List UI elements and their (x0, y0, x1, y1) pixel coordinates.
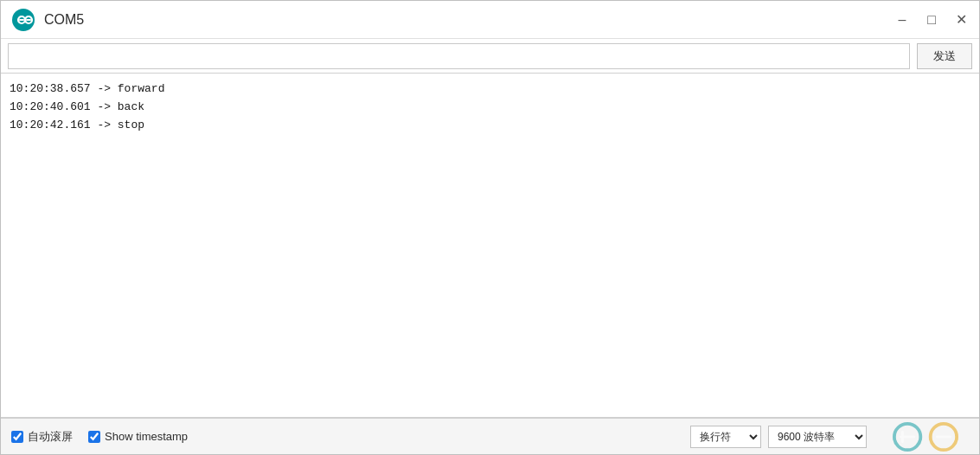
arduino-serial-monitor-window: COM5 – □ ✕ 发送 10:20:38.657 -> forward 10… (0, 0, 980, 455)
status-right: 无行结尾 换行符 回车符 NL & CR 300 波特率 1200 波特率 24… (690, 420, 969, 453)
window-title: COM5 (44, 12, 894, 28)
serial-line-1: 10:20:38.657 -> forward (10, 80, 970, 99)
autoscroll-checkbox-container[interactable]: 自动滚屏 (11, 429, 73, 445)
timestamp-checkbox-container[interactable]: Show timestamp (88, 430, 188, 443)
baud-rate-select[interactable]: 300 波特率 1200 波特率 2400 波特率 4800 波特率 9600 … (768, 426, 867, 448)
autoscroll-label: 自动滚屏 (28, 429, 73, 445)
line-ending-select[interactable]: 无行结尾 换行符 回车符 NL & CR (690, 426, 761, 448)
minimize-button[interactable]: – (894, 12, 910, 28)
serial-line-3: 10:20:42.161 -> stop (10, 117, 970, 135)
title-bar: COM5 – □ ✕ (1, 1, 979, 39)
autoscroll-checkbox[interactable] (11, 431, 23, 443)
close-button[interactable]: ✕ (953, 12, 969, 28)
status-left: 自动滚屏 Show timestamp (11, 429, 673, 445)
serial-send-input[interactable] (8, 43, 910, 69)
serial-output-area[interactable]: 10:20:38.657 -> forward 10:20:40.601 -> … (1, 74, 979, 418)
maximize-button[interactable]: □ (924, 12, 939, 28)
window-controls: – □ ✕ (894, 12, 969, 28)
timestamp-label: Show timestamp (105, 430, 188, 443)
send-bar: 发送 (1, 39, 979, 74)
status-bar: 自动滚屏 Show timestamp 无行结尾 换行符 回车符 NL & CR… (1, 418, 979, 454)
arduino-logo-icon (11, 8, 35, 32)
arduino-watermark (882, 420, 969, 453)
timestamp-checkbox[interactable] (88, 431, 100, 443)
serial-line-2: 10:20:40.601 -> back (10, 99, 970, 117)
send-button[interactable]: 发送 (917, 43, 972, 69)
